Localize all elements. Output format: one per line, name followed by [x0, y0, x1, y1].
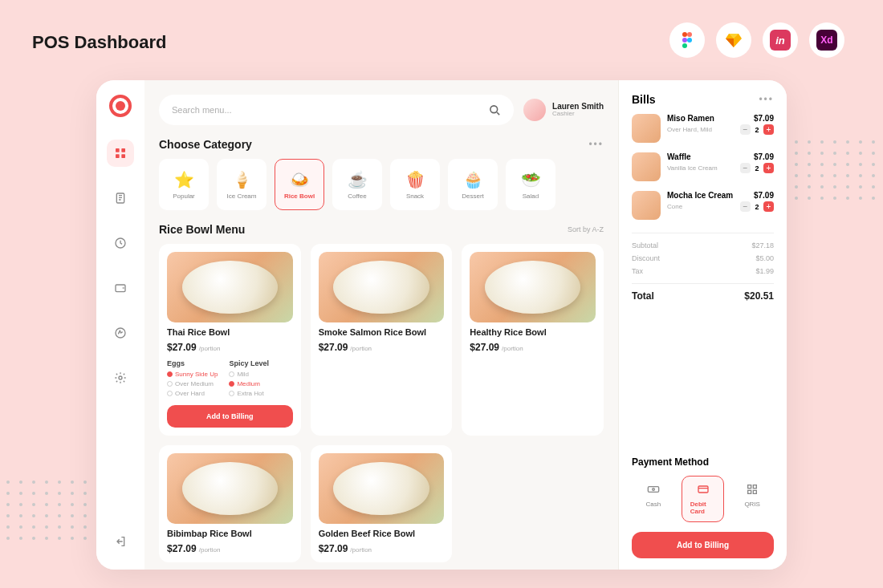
qty-decrement[interactable]: − — [740, 163, 751, 173]
bill-item-price: $7.09 — [754, 191, 774, 200]
bill-item-note: Over Hard, Mild — [667, 126, 712, 133]
menu-item-name: Golden Beef Rice Bowl — [319, 529, 445, 538]
food-image — [470, 252, 596, 322]
total-label: Total — [632, 290, 654, 302]
nav-wallet[interactable] — [107, 274, 134, 302]
category-salad[interactable]: 🥗Salad — [506, 159, 555, 210]
bill-item-name: Miso Ramen — [667, 114, 714, 123]
nav-history[interactable] — [107, 229, 134, 257]
svg-point-1 — [687, 32, 692, 37]
nav-settings[interactable] — [107, 364, 134, 391]
option-item[interactable]: Extra Hot — [229, 390, 269, 397]
nav-logout[interactable] — [107, 528, 134, 555]
sketch-icon — [716, 22, 751, 58]
option-item[interactable]: Over Hard — [167, 390, 218, 397]
menu-item-price: $27.09 — [319, 342, 348, 353]
option-item[interactable]: Sunny Side Up — [167, 371, 218, 378]
nav-promo[interactable] — [107, 319, 134, 347]
user-role: Cashier — [552, 111, 604, 118]
svg-rect-5 — [116, 148, 120, 152]
avatar — [523, 99, 546, 121]
payment-method-qris[interactable]: QRIS — [730, 476, 774, 522]
bill-item-note: Cone — [667, 203, 682, 210]
qty-decrement[interactable]: − — [740, 124, 751, 135]
radio-icon — [167, 381, 173, 387]
checkout-button[interactable]: Add to Billing — [632, 532, 774, 558]
discount-label: Discount — [632, 254, 660, 262]
nav-orders[interactable] — [107, 185, 134, 212]
category-icon: 🍿 — [405, 170, 425, 189]
menu-item-price: $27.09 — [167, 342, 197, 353]
payment-method-cash[interactable]: Cash — [632, 476, 675, 522]
option-item[interactable]: Over Medium — [167, 380, 218, 387]
option-item[interactable]: Mild — [229, 371, 269, 378]
bill-thumbnail — [632, 191, 661, 220]
app-window: Lauren Smith Cashier Choose Category •••… — [96, 80, 787, 570]
more-icon[interactable]: ••• — [588, 139, 604, 150]
bill-item: Waffle$7.09 Vanilla Ice Cream − 2 + — [632, 152, 774, 181]
user-badge[interactable]: Lauren Smith Cashier — [523, 99, 604, 121]
menu-item-price: $27.09 — [470, 342, 499, 353]
xd-icon: Xd — [809, 22, 844, 58]
food-image — [167, 453, 293, 524]
tax-label: Tax — [632, 267, 643, 275]
qty-increment[interactable]: + — [763, 124, 774, 135]
figma-icon — [669, 22, 705, 58]
menu-card[interactable]: Bibimbap Rice Bowl $27.09/portion — [159, 445, 301, 562]
price-unit: /portion — [350, 345, 372, 352]
cash-icon — [647, 483, 660, 498]
sort-control[interactable]: Sort by A-Z — [568, 225, 604, 233]
option-item[interactable]: Medium — [229, 380, 269, 387]
menu-item-name: Thai Rice Bowl — [167, 327, 293, 337]
total-value: $20.51 — [744, 290, 774, 302]
menu-item-name: Smoke Salmon Rice Bowl — [319, 327, 445, 337]
menu-card[interactable]: Thai Rice Bowl $27.09/portionEggsSunny S… — [159, 244, 301, 436]
price-unit: /portion — [199, 345, 221, 352]
logo-icon — [109, 95, 132, 117]
category-icon: 🧁 — [463, 170, 483, 189]
subtotal-value: $27.18 — [751, 241, 774, 249]
qty-increment[interactable]: + — [763, 201, 774, 212]
menu-heading: Rice Bowl Menu — [159, 223, 245, 236]
svg-rect-17 — [698, 486, 708, 493]
nav-dashboard[interactable] — [107, 140, 134, 167]
category-coffee[interactable]: ☕Coffee — [332, 159, 382, 210]
qr-icon — [746, 483, 759, 498]
category-label: Coffee — [348, 193, 366, 200]
category-label: Popular — [173, 193, 195, 200]
menu-card[interactable]: Healthy Rice Bowl $27.09/portion — [462, 244, 604, 436]
category-snack[interactable]: 🍿Snack — [390, 159, 440, 210]
more-icon[interactable]: ••• — [759, 94, 774, 105]
category-rice-bowl[interactable]: 🍛Rice Bowl — [275, 159, 324, 210]
category-dessert[interactable]: 🧁Dessert — [448, 159, 498, 210]
payment-method-label: Debit Card — [690, 501, 716, 515]
menu-card[interactable]: Golden Beef Rice Bowl $27.09/portion — [311, 445, 453, 562]
card-icon — [697, 483, 710, 498]
menu-card[interactable]: Smoke Salmon Rice Bowl $27.09/portion — [311, 244, 453, 436]
payment-method-debit-card[interactable]: Debit Card — [682, 476, 725, 522]
search-input[interactable] — [172, 105, 482, 115]
category-ice-cream[interactable]: 🍦Ice Cream — [217, 159, 267, 210]
svg-point-13 — [119, 376, 122, 379]
svg-point-2 — [682, 38, 687, 43]
qty-increment[interactable]: + — [763, 163, 774, 173]
decoration-dots — [6, 481, 101, 540]
bill-item-price: $7.09 — [754, 114, 774, 123]
qty-decrement[interactable]: − — [740, 201, 751, 212]
category-icon: ☕ — [348, 170, 368, 189]
price-unit: /portion — [502, 345, 523, 352]
search-bar[interactable] — [159, 95, 514, 125]
svg-rect-20 — [748, 490, 751, 493]
food-image — [319, 252, 445, 322]
search-icon — [489, 104, 501, 116]
svg-rect-8 — [121, 154, 125, 158]
food-image — [167, 252, 293, 322]
discount-value: $5.00 — [755, 254, 774, 262]
svg-point-0 — [682, 32, 687, 37]
price-unit: /portion — [350, 546, 372, 554]
add-to-billing-button[interactable]: Add to Billing — [167, 405, 293, 428]
category-popular[interactable]: ⭐Popular — [159, 159, 209, 210]
svg-point-3 — [687, 38, 692, 43]
svg-rect-15 — [648, 487, 658, 493]
subtotal-label: Subtotal — [632, 241, 658, 249]
